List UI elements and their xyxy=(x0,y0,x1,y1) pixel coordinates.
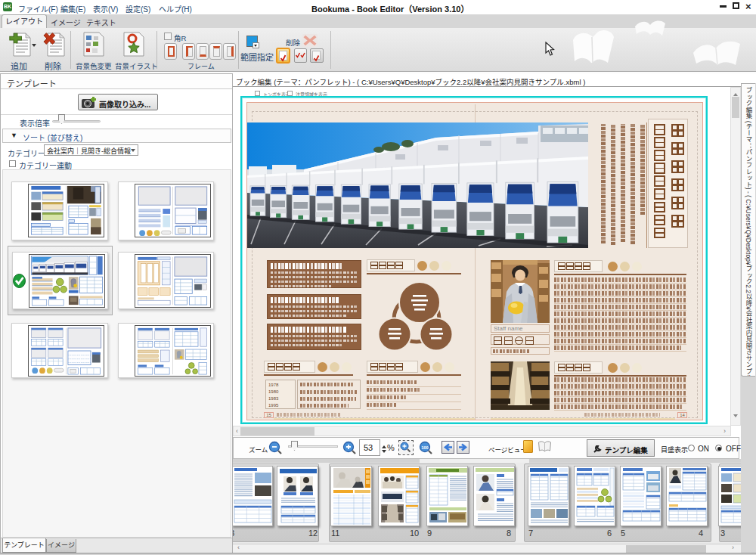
svg-text:100: 100 xyxy=(421,445,428,450)
